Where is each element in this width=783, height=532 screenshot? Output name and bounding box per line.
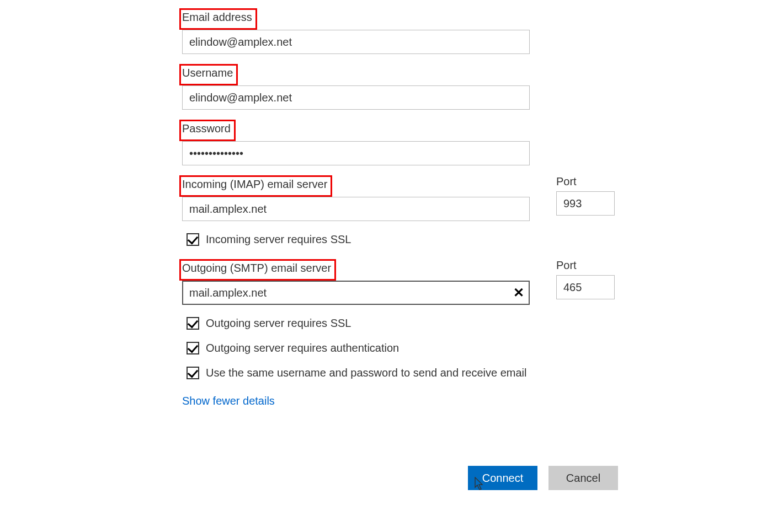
outgoing-auth-label[interactable]: Outgoing server requires authentication [206, 342, 399, 354]
outgoing-server-row: Outgoing (SMTP) email server ✕ Port [182, 259, 618, 305]
email-input[interactable] [182, 30, 530, 54]
outgoing-port-input[interactable] [556, 275, 615, 299]
password-field-group: Password [182, 120, 618, 165]
email-field-group: Email address [182, 8, 618, 54]
outgoing-ssl-checkbox[interactable] [187, 317, 199, 330]
password-label: Password [182, 122, 231, 135]
incoming-ssl-row[interactable]: Incoming server requires SSL [187, 233, 618, 246]
same-credentials-label[interactable]: Use the same username and password to se… [206, 367, 526, 379]
cancel-button[interactable]: Cancel [548, 466, 618, 490]
clear-icon[interactable]: ✕ [513, 285, 524, 300]
button-row: Connect Cancel [182, 466, 618, 490]
incoming-server-label: Incoming (IMAP) email server [182, 178, 327, 191]
incoming-server-row: Incoming (IMAP) email server Port [182, 175, 618, 221]
outgoing-auth-checkbox[interactable] [187, 342, 199, 354]
outgoing-port-label: Port [556, 259, 615, 272]
same-credentials-row[interactable]: Use the same username and password to se… [187, 367, 618, 379]
username-label: Username [182, 67, 233, 79]
email-label-highlight: Email address [179, 8, 257, 30]
same-credentials-checkbox[interactable] [187, 367, 199, 379]
password-label-highlight: Password [179, 120, 236, 141]
incoming-ssl-checkbox[interactable] [187, 233, 199, 246]
incoming-server-input[interactable] [182, 197, 530, 221]
outgoing-server-input[interactable] [182, 281, 530, 305]
username-field-group: Username [182, 64, 618, 110]
incoming-ssl-label[interactable]: Incoming server requires SSL [206, 233, 351, 246]
incoming-server-label-highlight: Incoming (IMAP) email server [179, 175, 332, 197]
outgoing-server-label: Outgoing (SMTP) email server [182, 262, 331, 275]
email-settings-form: Email address Username Password Incoming… [182, 8, 618, 407]
username-input[interactable] [182, 85, 530, 110]
connect-button[interactable]: Connect [468, 466, 537, 490]
outgoing-server-label-highlight: Outgoing (SMTP) email server [179, 259, 336, 281]
outgoing-auth-row[interactable]: Outgoing server requires authentication [187, 342, 618, 354]
email-label: Email address [182, 11, 252, 24]
password-input[interactable] [182, 141, 530, 165]
incoming-port-label: Port [556, 175, 615, 188]
incoming-port-input[interactable] [556, 191, 615, 216]
outgoing-ssl-label[interactable]: Outgoing server requires SSL [206, 317, 351, 330]
show-fewer-details-link[interactable]: Show fewer details [182, 395, 275, 407]
username-label-highlight: Username [179, 64, 238, 85]
outgoing-ssl-row[interactable]: Outgoing server requires SSL [187, 317, 618, 330]
